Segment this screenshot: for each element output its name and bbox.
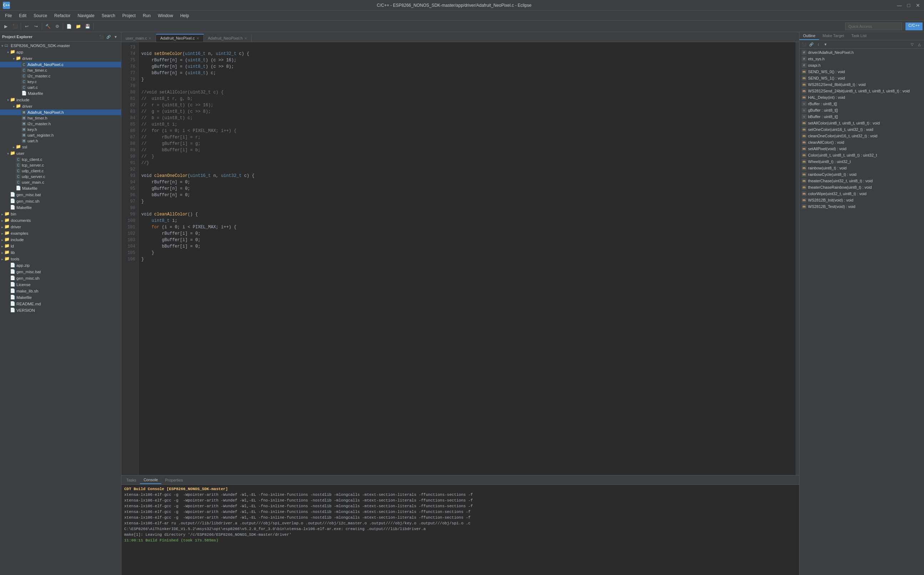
outline-item-9[interactable]: v gBuffer : uint8_t[] [800,107,924,113]
tree-item-hw_timer_c[interactable]: Chw_timer.c [0,67,121,73]
outline-item-5[interactable]: m WS2812Send_8bit(uint8_t) : void [800,81,924,88]
menu-item-edit[interactable]: Edit [15,12,30,20]
tab-close-2[interactable]: ✕ [244,37,247,40]
tree-item-tcp_server_c[interactable]: Ctcp_server.c [0,162,121,168]
outline-tab-1[interactable]: Make Target [819,32,848,40]
tree-item-gen_misc_sh[interactable]: 📄gen_misc.sh [0,198,121,204]
tree-arrow-driver2[interactable]: ▾ [11,105,16,108]
bottom-tab-properties[interactable]: Properties [161,477,186,484]
tree-item-include[interactable]: ▾📁include [0,97,121,103]
minimize-button[interactable]: — [896,2,903,9]
toolbar-btn-3[interactable]: ↩ [22,22,31,31]
tree-item-key_c[interactable]: Ckey.c [0,79,121,84]
tree-item-uart_h[interactable]: Huart.h [0,138,121,144]
toolbar-btn-5[interactable]: 🔨 [43,22,52,31]
code-area[interactable]: void setOneColor(uint16_t n, uint32_t c)… [138,42,795,475]
outline-tab-2[interactable]: Task List [848,32,870,40]
tree-arrow-ld[interactable]: ▸ [0,245,4,248]
outline-item-17[interactable]: m Wheel(uint8_t) : uint32_t [800,158,924,165]
outline-item-11[interactable]: m setAllColor(uint8_t, uint8_t, uint8_t)… [800,120,924,126]
outline-tab-0[interactable]: Outline [800,32,819,40]
tree-item-lib[interactable]: ▸📁lib [0,249,121,256]
tab-close-1[interactable]: ✕ [196,37,199,40]
tab-close-0[interactable]: ✕ [148,37,151,40]
tree-item-driver_root[interactable]: ▸📁driver [0,224,121,230]
menu-item-source[interactable]: Source [30,12,51,20]
outline-item-6[interactable]: m WS2812Send_24bit(uint8_t, uint8_t, uin… [800,88,924,94]
tree-item-Adafruit_NeoPixel_c[interactable]: CAdafruit_NeoPixel.c [0,62,121,67]
tree-arrow-user[interactable]: ▾ [6,152,10,156]
outline-item-14[interactable]: m cleanAllColor() : void [800,139,924,146]
outline-item-7[interactable]: m HAL_Delay(int) : void [800,94,924,101]
tree-arrow-lib[interactable]: ▸ [0,251,4,255]
tree-item-driver2[interactable]: ▾📁driver [0,103,121,110]
outline-item-23[interactable]: m WS2812B_Init(void) : void [800,197,924,203]
outline-item-1[interactable]: # ets_sys.h [800,56,924,62]
menu-item-refactor[interactable]: Refactor [51,12,74,20]
tree-item-Makefile3[interactable]: 📄Makefile [0,204,121,211]
tree-item-key_h[interactable]: Hkey.h [0,127,121,132]
outline-link-btn[interactable]: 🔗 [808,41,814,48]
outline-collapse2-btn[interactable]: △ [916,41,922,48]
tree-item-app[interactable]: ▾📁app [0,49,121,55]
outline-item-16[interactable]: m Color(uint8_t, uint8_t, uint8_t) : uin… [800,152,924,158]
editor-tab-2[interactable]: Adafruit_NeoPixel.h✕ [204,35,251,42]
tree-item-License[interactable]: 📄License [0,281,121,288]
tree-item-i2c_master_h[interactable]: Hi2c_master.h [0,121,121,127]
tree-item-ld[interactable]: ▸📁ld [0,243,121,249]
outline-item-10[interactable]: v bBuffer : uint8_t[] [800,113,924,120]
tree-item-root[interactable]: ▾🗂ESP8266_NONOS_SDK-master [0,43,121,49]
tree-item-ssl[interactable]: ▸📁ssl [0,144,121,150]
menu-item-window[interactable]: Window [154,12,177,20]
tree-item-README_md[interactable]: 📄README.md [0,301,121,307]
toolbar-btn-2[interactable]: ⬛ [11,22,19,31]
tree-item-hw_timer_h[interactable]: Hhw_timer.h [0,115,121,121]
editor-tab-1[interactable]: Adafruit_NeoPixel.c✕ [156,34,204,42]
outline-item-18[interactable]: m rainbow(uint8_t) : void [800,165,924,171]
tree-item-Makefile2[interactable]: 📄Makefile [0,185,121,192]
outline-item-8[interactable]: v rBuffer : uint8_t[] [800,101,924,107]
tree-arrow-bin[interactable]: ▸ [0,212,4,216]
toolbar-btn-9[interactable]: 💾 [83,22,92,31]
toolbar-btn-8[interactable]: 📁 [74,22,83,31]
outline-item-15[interactable]: m setAllPixel(void) : void [800,146,924,152]
outline-item-22[interactable]: m colorWipe(uint32_t, uint8_t) : void [800,191,924,197]
menu-item-search[interactable]: Search [98,12,119,20]
outline-item-12[interactable]: m setOneColor(uint16_t, uint32_t) : void [800,126,924,133]
tree-arrow-root[interactable]: ▾ [0,44,4,48]
tree-arrow-ssl[interactable]: ▸ [11,145,16,149]
tree-item-gen_misc_bat2[interactable]: 📄gen_misc.bat [0,268,121,275]
editor-tab-0[interactable]: user_main.c✕ [121,35,156,42]
outline-item-19[interactable]: m rainbowCycle(uint8_t) : void [800,171,924,178]
toolbar-btn-6[interactable]: ⚙ [53,22,61,31]
outline-expand-btn[interactable]: ▽ [909,41,915,48]
tree-item-examples[interactable]: ▸📁examples [0,230,121,237]
outline-item-2[interactable]: # osapi.h [800,62,924,68]
tree-item-documents[interactable]: ▸📁documents [0,217,121,224]
tree-item-uart_register_h[interactable]: Huart_register.h [0,132,121,138]
tree-item-bin[interactable]: ▸📁bin [0,211,121,217]
menu-item-run[interactable]: Run [139,12,154,20]
outline-item-3[interactable]: m SEND_WS_0() : void [800,68,924,75]
maximize-button[interactable]: □ [905,2,912,9]
outline-item-20[interactable]: m theaterChase(uint32_t, uint8_t) : void [800,178,924,184]
menu-item-project[interactable]: Project [119,12,139,20]
toolbar-btn-4[interactable]: ↪ [32,22,40,31]
outline-item-21[interactable]: m theaterChaseRainbow(uint8_t) : void [800,184,924,191]
tree-item-driver[interactable]: ▾📁driver [0,55,121,62]
tree-item-gen_misc_bat[interactable]: 📄gen_misc.bat [0,192,121,198]
tree-arrow-driver[interactable]: ▾ [11,57,16,60]
outline-filter-btn[interactable]: ▼ [822,41,829,48]
tree-item-udp_client_c[interactable]: Cudp_client.c [0,168,121,174]
outline-sort-btn[interactable]: ↕ [815,41,822,48]
pe-link-btn[interactable]: 🔗 [105,33,112,40]
toolbar-btn-7[interactable]: 📄 [65,22,73,31]
tree-arrow-documents[interactable]: ▸ [0,219,4,222]
tree-arrow-include[interactable]: ▾ [6,98,10,102]
bottom-tab-console[interactable]: Console [140,476,161,484]
perspective-button[interactable]: C/C++ [905,22,922,30]
tree-item-gen_misc_sh2[interactable]: 📄gen_misc.sh [0,275,121,281]
tree-arrow-tools[interactable]: ▸ [0,257,4,261]
tree-item-user_main_c[interactable]: Cuser_main.c [0,179,121,185]
tree-arrow-examples[interactable]: ▸ [0,232,4,235]
